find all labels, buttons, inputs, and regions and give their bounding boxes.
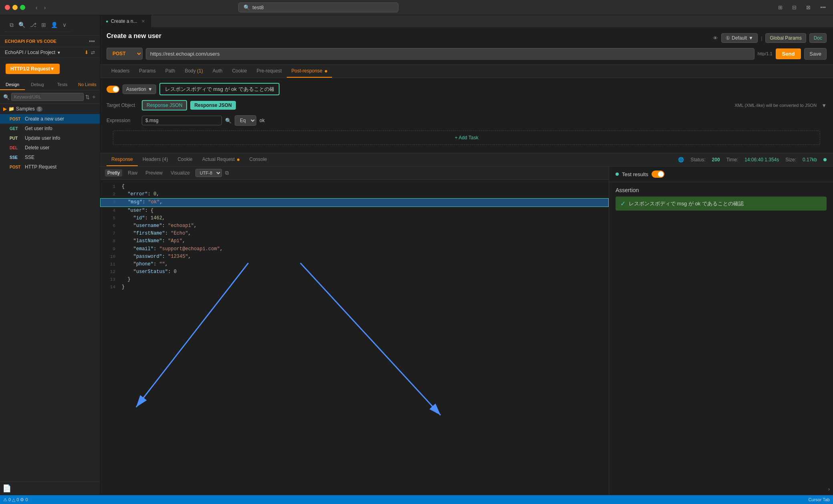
method-del-badge: DEL (10, 146, 22, 150)
tab-path[interactable]: Path (161, 65, 180, 78)
nav-item-get-user[interactable]: GET Get user info (0, 124, 100, 133)
method-select[interactable]: POST GET PUT DELETE (107, 48, 143, 60)
assertion-section-title: Assertion (616, 187, 827, 193)
close-tab-icon[interactable]: ✕ (141, 19, 145, 24)
nav-item-label: SSE (25, 155, 34, 160)
tab-tests[interactable]: Tests (50, 80, 75, 90)
download-icon[interactable]: ⬇ (85, 50, 89, 55)
grid-icon[interactable]: ⊞ (41, 22, 46, 28)
nav-item-delete-user[interactable]: DEL Delete user (0, 143, 100, 153)
sort-icon[interactable]: ⇅ (85, 94, 90, 100)
search-sidebar-icon[interactable]: 🔍 (18, 22, 25, 28)
request-title: Create a new user (107, 32, 161, 40)
app-layout: ⧉ 🔍 ⎇ ⊞ 👤 ∨ ECHOAPI FOR VS CODE ••• Echo… (0, 15, 833, 495)
forward-button[interactable]: › (42, 4, 48, 12)
url-input[interactable] (146, 48, 755, 60)
copy-icon[interactable]: ⧉ (10, 22, 14, 28)
collection-header[interactable]: ▶ 📁 Samples 5 (0, 104, 100, 114)
tab-auth[interactable]: Auth (208, 65, 227, 78)
collection-label: Samples (16, 106, 35, 112)
search-expr-icon[interactable]: 🔍 (225, 118, 231, 124)
code-line-12: 12 "userStatus": 0 (100, 268, 609, 276)
editor-tab-create-user[interactable]: ● Create a n... ✕ (100, 15, 151, 27)
visualize-button[interactable]: Visualize (168, 169, 192, 177)
response-json-button[interactable]: Response JSON (190, 101, 235, 110)
tab-no-limits[interactable]: No Limits (75, 80, 100, 90)
pretty-button[interactable]: Pretty (105, 169, 122, 177)
nav-item-sse[interactable]: SSE SSE (0, 153, 100, 162)
tab-label: Create a n... (111, 18, 137, 24)
preview-button[interactable]: Preview (143, 169, 165, 177)
tab-design[interactable]: Design (0, 80, 25, 90)
assertion-result-text: レスポンスボディで msg が ok であることの確認 (629, 200, 744, 207)
search-input[interactable] (11, 93, 84, 101)
file-icon[interactable]: 📄 (2, 484, 11, 492)
chevron-down-icon[interactable]: ▼ (821, 102, 827, 108)
more-icon[interactable]: ••• (818, 4, 828, 11)
tab-cookie[interactable]: Cookie (227, 65, 252, 78)
doc-button[interactable]: Doc (809, 33, 827, 43)
test-results-header: Test results (609, 167, 833, 182)
code-content: { (122, 183, 606, 191)
sidebar-toggle-icon[interactable]: ⊞ (776, 4, 785, 11)
back-button[interactable]: ‹ (33, 4, 40, 12)
address-bar[interactable]: 🔍 test8 (238, 2, 398, 12)
encoding-select[interactable]: UTF-8 (195, 169, 222, 177)
folder-icon: ▶ (3, 106, 7, 112)
search-icon: 🔍 (243, 4, 250, 10)
assertion-toggle[interactable] (107, 86, 119, 93)
global-params-button[interactable]: Global Params (765, 33, 806, 43)
panel-icon[interactable]: ⊠ (804, 4, 813, 11)
tab-debug[interactable]: Debug (25, 80, 50, 90)
test-results-toggle[interactable] (652, 171, 664, 178)
code-content: "phone": "", (122, 261, 606, 268)
minimize-button[interactable] (12, 5, 18, 10)
chevron-down-icon: ▼ (748, 35, 753, 41)
globe-icon: 🌐 (678, 157, 684, 163)
code-content: "msg": "ok", (122, 199, 605, 206)
resp-tab-cookie[interactable]: Cookie (173, 153, 197, 166)
resp-tab-console[interactable]: Console (244, 153, 272, 166)
time-value: 14:06:40 1.354s (744, 157, 779, 163)
nav-item-create-user[interactable]: POST Create a new user (0, 114, 100, 124)
assertion-result-item: ✓ レスポンスボディで msg が ok であることの確認 (616, 197, 827, 211)
resp-tab-headers[interactable]: Headers (4) (138, 153, 173, 166)
chevron-down-icon: ▼ (148, 86, 153, 92)
tab-body[interactable]: Body (1) (180, 65, 207, 78)
chevron-down-icon[interactable]: ∨ (62, 22, 66, 28)
code-line-14: 14 } (100, 283, 609, 291)
new-request-button[interactable]: HTTP1/2 Request ▼ (6, 64, 60, 74)
add-icon[interactable]: ＋ (91, 93, 97, 100)
send-button[interactable]: Send (776, 48, 801, 59)
add-task-label: + Add Task (455, 135, 479, 141)
copy-icon[interactable]: ⧉ (225, 170, 229, 176)
tab-headers[interactable]: Headers (107, 65, 134, 78)
assertion-description-input[interactable] (159, 83, 280, 95)
code-content: "error": 0, (122, 191, 606, 198)
close-button[interactable] (5, 5, 10, 10)
profile-icon[interactable]: 👤 (51, 22, 58, 28)
resp-tab-response[interactable]: Response (107, 153, 138, 166)
add-task-button[interactable]: + Add Task (113, 131, 820, 145)
maximize-button[interactable] (20, 5, 25, 10)
nav-item-http-request[interactable]: POST HTTP Request (0, 162, 100, 172)
json-code: 1 { 2 "error": 0, 3 "msg" (100, 180, 609, 295)
chevron-right-icon[interactable]: › (828, 486, 830, 492)
tab-pre-request[interactable]: Pre-request (252, 65, 287, 78)
more-options-icon[interactable]: ••• (89, 38, 95, 44)
nav-item-update-user[interactable]: PUT Update user info (0, 133, 100, 143)
tab-params[interactable]: Params (134, 65, 160, 78)
tab-post-response[interactable]: Post-response (287, 65, 332, 78)
default-button[interactable]: ① Default ▼ (721, 33, 758, 43)
layout-icon[interactable]: ⊟ (790, 4, 799, 11)
save-button[interactable]: Save (804, 48, 827, 60)
git-icon[interactable]: ⎇ (30, 22, 36, 28)
resp-tab-actual-request[interactable]: Actual Request (197, 153, 245, 166)
eq-select[interactable]: Eq Ne Gt (235, 115, 256, 126)
target-placeholder-btn[interactable]: Response JSON (142, 100, 187, 110)
raw-button[interactable]: Raw (125, 169, 140, 177)
assertion-type-select[interactable]: Assertion ▼ (123, 84, 156, 94)
sync-icon[interactable]: ⇄ (91, 50, 95, 55)
expression-input[interactable] (142, 116, 222, 125)
statusbar-right: Cursor Tab (808, 497, 830, 502)
